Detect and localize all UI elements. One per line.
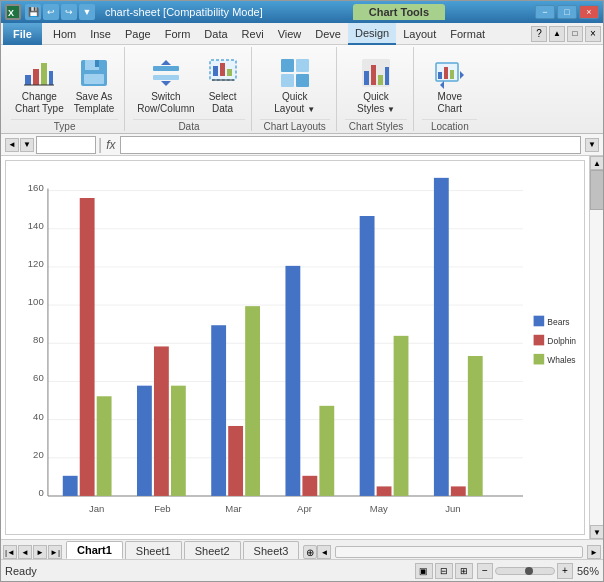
close-app-icon[interactable]: × (585, 26, 601, 42)
hscroll-left-button[interactable]: ◄ (317, 545, 331, 559)
tab-data[interactable]: Data (197, 23, 234, 45)
chart-layouts-group-label: Chart Layouts (260, 119, 330, 133)
svg-rect-20 (281, 59, 294, 72)
svg-rect-56 (80, 198, 95, 496)
tab-formulas[interactable]: Form (158, 23, 198, 45)
switch-row-column-icon (150, 57, 182, 89)
sheet-tab-chart1[interactable]: Chart1 (66, 541, 123, 559)
tab-developer[interactable]: Deve (308, 23, 348, 45)
tab-layout[interactable]: Layout (396, 23, 443, 45)
tab-page[interactable]: Page (118, 23, 158, 45)
formula-nav-down[interactable]: ▼ (20, 138, 34, 152)
type-buttons: ChangeChart Type Save AsTemplate (11, 49, 118, 117)
svg-text:20: 20 (33, 449, 44, 460)
tab-design[interactable]: Design (348, 23, 396, 45)
zoom-thumb[interactable] (525, 567, 533, 575)
fx-label: fx (106, 138, 115, 152)
data-buttons: SwitchRow/Column SelectDa (133, 49, 244, 117)
save-as-template-icon (78, 57, 110, 89)
ribbon-options-icon[interactable]: ▲ (549, 26, 565, 42)
minimize-button[interactable]: − (535, 5, 555, 19)
help-icon[interactable]: ? (531, 26, 547, 42)
sheet-first-button[interactable]: |◄ (3, 545, 17, 559)
sheet-last-button[interactable]: ►| (48, 545, 62, 559)
tab-format[interactable]: Format (443, 23, 492, 45)
scroll-up-button[interactable]: ▲ (590, 156, 603, 170)
svg-text:Jun: Jun (445, 503, 460, 514)
svg-rect-32 (450, 70, 454, 79)
formula-nav[interactable]: ◄ ▼ (5, 138, 34, 152)
maximize-button[interactable]: □ (557, 5, 577, 19)
page-break-button[interactable]: ⊞ (455, 563, 473, 579)
scroll-track[interactable] (590, 170, 603, 525)
chart-area[interactable]: 0 20 40 60 80 100 120 140 160 (1, 156, 589, 539)
vertical-scrollbar[interactable]: ▲ ▼ (589, 156, 603, 539)
save-as-template-button[interactable]: Save AsTemplate (70, 49, 119, 117)
zoom-in-button[interactable]: + (557, 563, 573, 579)
expand-icon[interactable]: □ (567, 26, 583, 42)
select-data-label: SelectData (209, 91, 237, 115)
scroll-thumb[interactable] (590, 170, 603, 210)
quick-layout-button[interactable]: QuickLayout ▼ (265, 49, 325, 117)
chart-svg: 0 20 40 60 80 100 120 140 160 (14, 169, 576, 526)
chart-tools-tab-label: Chart Tools (353, 4, 445, 20)
tab-view[interactable]: View (271, 23, 309, 45)
horizontal-scrollbar[interactable]: ◄ ► (317, 545, 601, 559)
page-layout-button[interactable]: ⊟ (435, 563, 453, 579)
formula-input[interactable] (120, 136, 582, 154)
zoom-slider[interactable] (495, 567, 555, 575)
move-chart-icon (434, 57, 466, 89)
zoom-out-button[interactable]: − (477, 563, 493, 579)
svg-rect-81 (534, 335, 545, 346)
change-chart-type-button[interactable]: ChangeChart Type (11, 49, 68, 117)
zoom-controls[interactable]: − + 56% (477, 563, 599, 579)
normal-view-button[interactable]: ▣ (415, 563, 433, 579)
hscroll-track[interactable] (335, 546, 583, 558)
svg-rect-22 (281, 74, 294, 87)
move-chart-button[interactable]: MoveChart (422, 49, 477, 117)
svg-rect-75 (434, 178, 449, 496)
quick-layout-label: QuickLayout ▼ (274, 91, 315, 115)
customize-icon[interactable]: ▼ (79, 4, 95, 20)
quick-access-toolbar[interactable]: 💾 ↩ ↪ ▼ (25, 4, 95, 20)
sheet-prev-button[interactable]: ◄ (18, 545, 32, 559)
svg-rect-17 (220, 63, 225, 76)
svg-rect-83 (534, 354, 545, 365)
hscroll-right-button[interactable]: ► (587, 545, 601, 559)
formula-expand-icon[interactable]: ▼ (585, 138, 599, 152)
tab-review[interactable]: Revi (235, 23, 271, 45)
quick-styles-button[interactable]: QuickStyles ▼ (346, 49, 406, 117)
sheet-navigation[interactable]: |◄ ◄ ► ►| (3, 545, 62, 559)
formula-bar: ◄ ▼ | fx ▼ (1, 134, 603, 156)
svg-rect-63 (211, 325, 226, 496)
svg-rect-72 (377, 486, 392, 496)
view-buttons[interactable]: ▣ ⊟ ⊞ (415, 563, 473, 579)
svg-text:160: 160 (28, 182, 44, 193)
svg-marker-14 (161, 81, 171, 86)
sheet-tab-sheet3[interactable]: Sheet3 (243, 541, 300, 559)
svg-marker-33 (460, 71, 464, 79)
svg-text:Feb: Feb (154, 503, 170, 514)
svg-rect-25 (364, 71, 369, 85)
window-controls[interactable]: − □ × (535, 5, 599, 19)
chart-container: 0 20 40 60 80 100 120 140 160 (5, 160, 585, 535)
redo-icon[interactable]: ↪ (61, 4, 77, 20)
file-menu-button[interactable]: File (3, 23, 42, 45)
sheet-tab-sheet2[interactable]: Sheet2 (184, 541, 241, 559)
sheet-next-button[interactable]: ► (33, 545, 47, 559)
close-button[interactable]: × (579, 5, 599, 19)
svg-rect-18 (227, 69, 232, 76)
tab-insert[interactable]: Inse (83, 23, 118, 45)
add-sheet-button[interactable]: ⊕ (303, 545, 317, 559)
svg-text:0: 0 (38, 487, 43, 498)
sheet-tab-sheet1[interactable]: Sheet1 (125, 541, 182, 559)
switch-row-column-button[interactable]: SwitchRow/Column (133, 49, 198, 117)
name-box[interactable] (36, 136, 96, 154)
svg-rect-26 (371, 65, 376, 85)
scroll-down-button[interactable]: ▼ (590, 525, 603, 539)
select-data-button[interactable]: SelectData (201, 49, 245, 117)
tab-home[interactable]: Hom (46, 23, 83, 45)
save-icon[interactable]: 💾 (25, 4, 41, 20)
formula-nav-left[interactable]: ◄ (5, 138, 19, 152)
undo-icon[interactable]: ↩ (43, 4, 59, 20)
